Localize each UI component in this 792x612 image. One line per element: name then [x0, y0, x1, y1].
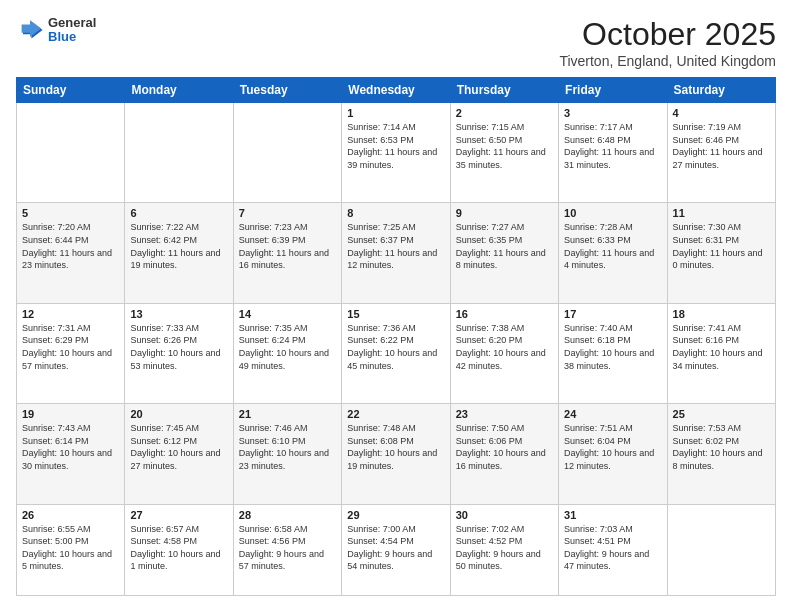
table-row: 30Sunrise: 7:02 AM Sunset: 4:52 PM Dayli… — [450, 504, 558, 595]
header-saturday: Saturday — [667, 78, 775, 103]
cell-content: Sunrise: 7:45 AM Sunset: 6:12 PM Dayligh… — [130, 422, 227, 472]
day-number: 26 — [22, 509, 119, 521]
logo-text: General Blue — [48, 16, 96, 45]
cell-content: Sunrise: 7:48 AM Sunset: 6:08 PM Dayligh… — [347, 422, 444, 472]
table-row: 3Sunrise: 7:17 AM Sunset: 6:48 PM Daylig… — [559, 103, 667, 203]
table-row: 5Sunrise: 7:20 AM Sunset: 6:44 PM Daylig… — [17, 203, 125, 303]
table-row — [233, 103, 341, 203]
day-number: 16 — [456, 308, 553, 320]
table-row — [125, 103, 233, 203]
cell-content: Sunrise: 7:41 AM Sunset: 6:16 PM Dayligh… — [673, 322, 770, 372]
table-row: 11Sunrise: 7:30 AM Sunset: 6:31 PM Dayli… — [667, 203, 775, 303]
day-number: 30 — [456, 509, 553, 521]
calendar-week-row: 1Sunrise: 7:14 AM Sunset: 6:53 PM Daylig… — [17, 103, 776, 203]
table-row: 10Sunrise: 7:28 AM Sunset: 6:33 PM Dayli… — [559, 203, 667, 303]
cell-content: Sunrise: 7:40 AM Sunset: 6:18 PM Dayligh… — [564, 322, 661, 372]
svg-marker-1 — [22, 20, 42, 37]
day-number: 18 — [673, 308, 770, 320]
day-number: 21 — [239, 408, 336, 420]
header-sunday: Sunday — [17, 78, 125, 103]
table-row: 13Sunrise: 7:33 AM Sunset: 6:26 PM Dayli… — [125, 303, 233, 403]
cell-content: Sunrise: 7:22 AM Sunset: 6:42 PM Dayligh… — [130, 221, 227, 271]
calendar-week-row: 12Sunrise: 7:31 AM Sunset: 6:29 PM Dayli… — [17, 303, 776, 403]
day-number: 3 — [564, 107, 661, 119]
table-row — [667, 504, 775, 595]
table-row: 6Sunrise: 7:22 AM Sunset: 6:42 PM Daylig… — [125, 203, 233, 303]
day-number: 2 — [456, 107, 553, 119]
day-number: 22 — [347, 408, 444, 420]
calendar-week-row: 26Sunrise: 6:55 AM Sunset: 5:00 PM Dayli… — [17, 504, 776, 595]
cell-content: Sunrise: 7:17 AM Sunset: 6:48 PM Dayligh… — [564, 121, 661, 171]
table-row: 7Sunrise: 7:23 AM Sunset: 6:39 PM Daylig… — [233, 203, 341, 303]
logo: General Blue — [16, 16, 96, 45]
day-number: 23 — [456, 408, 553, 420]
day-number: 11 — [673, 207, 770, 219]
day-number: 9 — [456, 207, 553, 219]
table-row: 2Sunrise: 7:15 AM Sunset: 6:50 PM Daylig… — [450, 103, 558, 203]
day-number: 25 — [673, 408, 770, 420]
table-row: 20Sunrise: 7:45 AM Sunset: 6:12 PM Dayli… — [125, 404, 233, 504]
cell-content: Sunrise: 7:38 AM Sunset: 6:20 PM Dayligh… — [456, 322, 553, 372]
day-number: 12 — [22, 308, 119, 320]
table-row: 22Sunrise: 7:48 AM Sunset: 6:08 PM Dayli… — [342, 404, 450, 504]
day-number: 28 — [239, 509, 336, 521]
table-row: 18Sunrise: 7:41 AM Sunset: 6:16 PM Dayli… — [667, 303, 775, 403]
cell-content: Sunrise: 7:15 AM Sunset: 6:50 PM Dayligh… — [456, 121, 553, 171]
day-number: 15 — [347, 308, 444, 320]
table-row: 14Sunrise: 7:35 AM Sunset: 6:24 PM Dayli… — [233, 303, 341, 403]
table-row: 23Sunrise: 7:50 AM Sunset: 6:06 PM Dayli… — [450, 404, 558, 504]
table-row: 28Sunrise: 6:58 AM Sunset: 4:56 PM Dayli… — [233, 504, 341, 595]
day-number: 29 — [347, 509, 444, 521]
cell-content: Sunrise: 7:27 AM Sunset: 6:35 PM Dayligh… — [456, 221, 553, 271]
table-row: 4Sunrise: 7:19 AM Sunset: 6:46 PM Daylig… — [667, 103, 775, 203]
table-row: 9Sunrise: 7:27 AM Sunset: 6:35 PM Daylig… — [450, 203, 558, 303]
calendar-week-row: 5Sunrise: 7:20 AM Sunset: 6:44 PM Daylig… — [17, 203, 776, 303]
cell-content: Sunrise: 7:51 AM Sunset: 6:04 PM Dayligh… — [564, 422, 661, 472]
day-number: 10 — [564, 207, 661, 219]
table-row: 24Sunrise: 7:51 AM Sunset: 6:04 PM Dayli… — [559, 404, 667, 504]
logo-icon — [16, 16, 44, 44]
cell-content: Sunrise: 7:36 AM Sunset: 6:22 PM Dayligh… — [347, 322, 444, 372]
cell-content: Sunrise: 7:31 AM Sunset: 6:29 PM Dayligh… — [22, 322, 119, 372]
cell-content: Sunrise: 7:50 AM Sunset: 6:06 PM Dayligh… — [456, 422, 553, 472]
table-row: 25Sunrise: 7:53 AM Sunset: 6:02 PM Dayli… — [667, 404, 775, 504]
table-row: 16Sunrise: 7:38 AM Sunset: 6:20 PM Dayli… — [450, 303, 558, 403]
cell-content: Sunrise: 6:57 AM Sunset: 4:58 PM Dayligh… — [130, 523, 227, 573]
table-row: 17Sunrise: 7:40 AM Sunset: 6:18 PM Dayli… — [559, 303, 667, 403]
day-number: 17 — [564, 308, 661, 320]
title-block: October 2025 Tiverton, England, United K… — [559, 16, 776, 69]
calendar-table: Sunday Monday Tuesday Wednesday Thursday… — [16, 77, 776, 596]
day-number: 6 — [130, 207, 227, 219]
calendar-week-row: 19Sunrise: 7:43 AM Sunset: 6:14 PM Dayli… — [17, 404, 776, 504]
cell-content: Sunrise: 7:46 AM Sunset: 6:10 PM Dayligh… — [239, 422, 336, 472]
cell-content: Sunrise: 7:25 AM Sunset: 6:37 PM Dayligh… — [347, 221, 444, 271]
calendar-header-row: Sunday Monday Tuesday Wednesday Thursday… — [17, 78, 776, 103]
table-row: 12Sunrise: 7:31 AM Sunset: 6:29 PM Dayli… — [17, 303, 125, 403]
day-number: 24 — [564, 408, 661, 420]
day-number: 1 — [347, 107, 444, 119]
cell-content: Sunrise: 7:53 AM Sunset: 6:02 PM Dayligh… — [673, 422, 770, 472]
cell-content: Sunrise: 7:02 AM Sunset: 4:52 PM Dayligh… — [456, 523, 553, 573]
table-row: 31Sunrise: 7:03 AM Sunset: 4:51 PM Dayli… — [559, 504, 667, 595]
header-friday: Friday — [559, 78, 667, 103]
cell-content: Sunrise: 7:28 AM Sunset: 6:33 PM Dayligh… — [564, 221, 661, 271]
header-monday: Monday — [125, 78, 233, 103]
day-number: 13 — [130, 308, 227, 320]
day-number: 20 — [130, 408, 227, 420]
header-tuesday: Tuesday — [233, 78, 341, 103]
day-number: 27 — [130, 509, 227, 521]
month-title: October 2025 — [559, 16, 776, 53]
logo-blue-text: Blue — [48, 30, 96, 44]
header-thursday: Thursday — [450, 78, 558, 103]
cell-content: Sunrise: 7:03 AM Sunset: 4:51 PM Dayligh… — [564, 523, 661, 573]
day-number: 8 — [347, 207, 444, 219]
day-number: 7 — [239, 207, 336, 219]
day-number: 5 — [22, 207, 119, 219]
header-wednesday: Wednesday — [342, 78, 450, 103]
table-row: 15Sunrise: 7:36 AM Sunset: 6:22 PM Dayli… — [342, 303, 450, 403]
day-number: 19 — [22, 408, 119, 420]
table-row: 26Sunrise: 6:55 AM Sunset: 5:00 PM Dayli… — [17, 504, 125, 595]
cell-content: Sunrise: 7:23 AM Sunset: 6:39 PM Dayligh… — [239, 221, 336, 271]
day-number: 31 — [564, 509, 661, 521]
table-row: 29Sunrise: 7:00 AM Sunset: 4:54 PM Dayli… — [342, 504, 450, 595]
